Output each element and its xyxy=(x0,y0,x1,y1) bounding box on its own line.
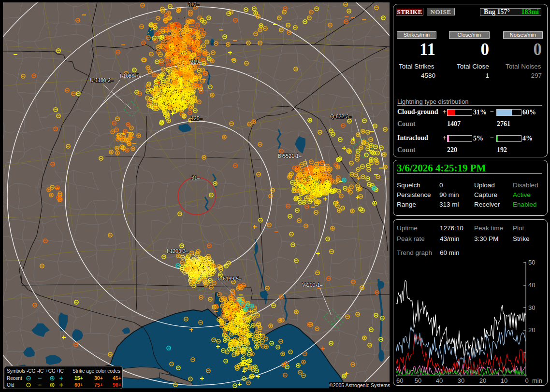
svg-text:50: 50 xyxy=(528,259,535,266)
svg-text:0: 0 xyxy=(525,377,528,384)
svg-text:30: 30 xyxy=(458,377,464,384)
svg-text:40: 40 xyxy=(528,281,535,289)
svg-text:20: 20 xyxy=(479,377,486,384)
svg-text:40: 40 xyxy=(436,377,443,384)
svg-text:10: 10 xyxy=(501,377,507,384)
svg-text:min: min xyxy=(532,377,542,384)
svg-text:60: 60 xyxy=(396,377,403,384)
svg-text:50: 50 xyxy=(415,377,421,384)
svg-text:20: 20 xyxy=(528,326,535,334)
svg-text:30: 30 xyxy=(528,304,535,311)
